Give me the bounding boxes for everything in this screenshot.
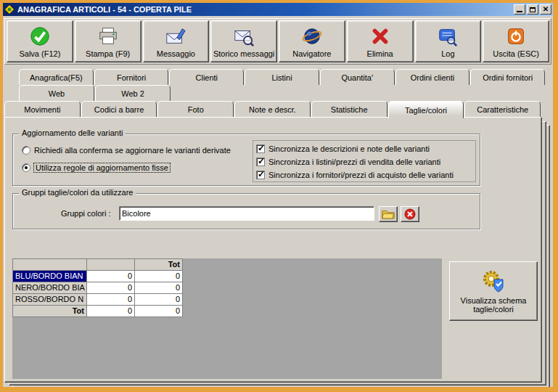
radio-utilizza-regole-fisse[interactable]: Utilizza regole di aggiornamento fisse bbox=[22, 163, 170, 172]
toolbar-button-label: Storico messaggi bbox=[213, 49, 274, 58]
tab-movimenti[interactable]: Movimenti bbox=[4, 101, 81, 117]
tab-taglie-colori[interactable]: Taglie/colori bbox=[388, 101, 464, 118]
close-button[interactable]: ✕ bbox=[540, 4, 551, 15]
toolbar-button-label: Uscita (ESC) bbox=[493, 49, 539, 58]
tab-listini[interactable]: Listini bbox=[245, 69, 319, 85]
tab-ordini-fornitori[interactable]: Ordini fornitori bbox=[470, 69, 545, 85]
sync-options-panel: Sincronizza le descrizioni e note delle … bbox=[253, 140, 476, 182]
checkbox-sincronizza-listini[interactable]: Sincronizza i listini/prezzi di vendita … bbox=[256, 155, 472, 168]
messaggio-button[interactable]: Messaggio bbox=[143, 20, 210, 62]
folder-open-icon bbox=[382, 209, 395, 219]
variants-grid-area: Tot BLU/BORDO BIAN 0 0 NERO/BORDO BIA 0 … bbox=[12, 258, 442, 379]
delete-x-icon bbox=[369, 25, 391, 48]
tab-foto[interactable]: Foto bbox=[157, 101, 234, 117]
value-cell: 0 bbox=[87, 306, 135, 317]
value-cell[interactable]: 0 bbox=[87, 294, 135, 306]
checkbox-sincronizza-descrizioni[interactable]: Sincronizza le descrizioni e note delle … bbox=[256, 142, 472, 155]
window-title: ANAGRAFICA ARTICOLI - 54 - COPERTA PILE bbox=[17, 5, 514, 14]
toolbar-button-label: Stampa (F9) bbox=[86, 49, 130, 58]
gruppi-colori-label: Gruppi colori : bbox=[61, 209, 110, 218]
value-cell[interactable]: 0 bbox=[87, 271, 135, 282]
exit-power-icon bbox=[505, 25, 527, 48]
tab-caratteristiche[interactable]: Caratteristiche bbox=[464, 101, 541, 117]
variants-groupbox: Aggiornamento delle varianti Richiedi al… bbox=[12, 134, 480, 186]
save-check-icon bbox=[29, 25, 51, 48]
browse-groups-button[interactable] bbox=[379, 206, 398, 222]
table-header-row: Tot bbox=[13, 259, 183, 271]
tab-web2[interactable]: Web 2 bbox=[95, 85, 171, 101]
checkbox-label: Sincronizza i fornitori/prezzi di acquis… bbox=[268, 171, 454, 179]
checkbox-sincronizza-fornitori[interactable]: Sincronizza i fornitori/prezzi di acquis… bbox=[256, 168, 472, 181]
minimize-icon bbox=[517, 11, 522, 12]
checkbox-icon[interactable] bbox=[256, 144, 265, 153]
table-row[interactable]: BLU/BORDO BIAN 0 0 bbox=[13, 271, 183, 282]
table-total-row[interactable]: Tot 0 0 bbox=[13, 306, 183, 317]
schema-button-label: Visualizza schema taglie/colori bbox=[457, 296, 530, 314]
radio-label: Richiedi alla conferma se aggiornare le … bbox=[34, 146, 231, 155]
anagrafica-articoli-window: ANAGRAFICA ARTICOLI - 54 - COPERTA PILE … bbox=[0, 0, 558, 392]
header-cell-tot: Tot bbox=[135, 259, 183, 271]
toolbar-button-label: Salva (F12) bbox=[19, 49, 60, 58]
radio-icon[interactable] bbox=[22, 146, 30, 155]
navigatore-button[interactable]: Navigatore bbox=[279, 20, 345, 62]
cancel-icon bbox=[404, 208, 416, 220]
toolbar-button-label: Elimina bbox=[367, 49, 393, 58]
checkbox-icon[interactable] bbox=[256, 171, 265, 179]
row-label-cell[interactable]: NERO/BORDO BIA bbox=[13, 282, 87, 294]
tab-statistiche[interactable]: Statistiche bbox=[311, 101, 387, 117]
salva-button[interactable]: Salva (F12) bbox=[7, 20, 73, 62]
visualizza-schema-button[interactable]: Visualizza schema taglie/colori bbox=[449, 261, 538, 321]
groups-groupbox: Gruppi taglie/colori da utilizzare Grupp… bbox=[12, 193, 480, 229]
tab-row-1: Anagrafica(F5) Fornitori Clienti Listini… bbox=[19, 69, 546, 85]
value-cell[interactable]: 0 bbox=[135, 282, 183, 294]
variants-table[interactable]: Tot BLU/BORDO BIAN 0 0 NERO/BORDO BIA 0 … bbox=[12, 258, 183, 317]
table-row[interactable]: NERO/BORDO BIA 0 0 bbox=[13, 282, 183, 294]
row-label-cell[interactable]: ROSSO/BORDO N bbox=[13, 294, 87, 306]
value-cell[interactable]: 0 bbox=[135, 271, 183, 282]
toolbar-button-label: Messaggio bbox=[157, 49, 195, 58]
table-row[interactable]: ROSSO/BORDO N 0 0 bbox=[13, 294, 183, 306]
log-icon bbox=[437, 25, 459, 48]
message-pencil-icon bbox=[165, 25, 186, 48]
window-controls: ✕ bbox=[514, 4, 551, 15]
taglie-colori-panel: Aggiornamento delle varianti Richiedi al… bbox=[4, 117, 542, 383]
close-icon: ✕ bbox=[543, 6, 549, 13]
tab-web[interactable]: Web bbox=[19, 85, 94, 101]
row-label-cell[interactable]: BLU/BORDO BIAN bbox=[13, 271, 87, 282]
radio-icon[interactable] bbox=[22, 163, 30, 172]
value-cell[interactable]: 0 bbox=[135, 294, 183, 306]
message-history-icon bbox=[233, 25, 255, 48]
uscita-button[interactable]: Uscita (ESC) bbox=[483, 20, 549, 62]
radio-richiedi-conferma[interactable]: Richiedi alla conferma se aggiornare le … bbox=[22, 146, 231, 155]
toolbar-button-label: Log bbox=[441, 49, 454, 58]
tab-anagrafica[interactable]: Anagrafica(F5) bbox=[19, 69, 94, 85]
navigator-icon bbox=[301, 25, 323, 48]
minimize-button[interactable] bbox=[514, 4, 525, 15]
maximize-icon bbox=[530, 7, 536, 12]
tab-clienti[interactable]: Clienti bbox=[169, 69, 244, 85]
titlebar[interactable]: ANAGRAFICA ARTICOLI - 54 - COPERTA PILE … bbox=[3, 3, 553, 16]
log-button[interactable]: Log bbox=[415, 20, 482, 62]
checkbox-icon[interactable] bbox=[256, 158, 265, 166]
tab-quantita[interactable]: Quantita' bbox=[320, 69, 395, 85]
schema-icon bbox=[481, 269, 506, 293]
tab-row-2: Web Web 2 bbox=[19, 85, 171, 101]
storico-messaggi-button[interactable]: Storico messaggi bbox=[210, 20, 277, 62]
value-cell[interactable]: 0 bbox=[87, 282, 135, 294]
clear-group-button[interactable] bbox=[401, 206, 419, 222]
main-toolbar: Salva (F12) Stampa (F9) Messaggio Storic… bbox=[4, 18, 551, 65]
maximize-button[interactable] bbox=[527, 4, 538, 15]
tab-row-3: Movimenti Codici a barre Foto Note e des… bbox=[4, 101, 541, 117]
tab-note-e-descr[interactable]: Note e descr. bbox=[234, 101, 311, 117]
stampa-button[interactable]: Stampa (F9) bbox=[75, 20, 141, 62]
tab-ordini-clienti[interactable]: Ordini clienti bbox=[395, 69, 470, 85]
checkbox-label: Sincronizza le descrizioni e note delle … bbox=[268, 144, 430, 153]
tab-codici-a-barre[interactable]: Codici a barre bbox=[81, 101, 157, 117]
app-icon bbox=[4, 4, 15, 15]
elimina-button[interactable]: Elimina bbox=[347, 20, 414, 62]
toolbar-button-label: Navigatore bbox=[292, 49, 331, 58]
gruppi-colori-input[interactable] bbox=[119, 206, 374, 221]
header-cell bbox=[13, 259, 87, 271]
radio-label: Utilizza regole di aggiornamento fisse bbox=[34, 163, 170, 172]
tab-fornitori[interactable]: Fornitori bbox=[94, 69, 169, 85]
